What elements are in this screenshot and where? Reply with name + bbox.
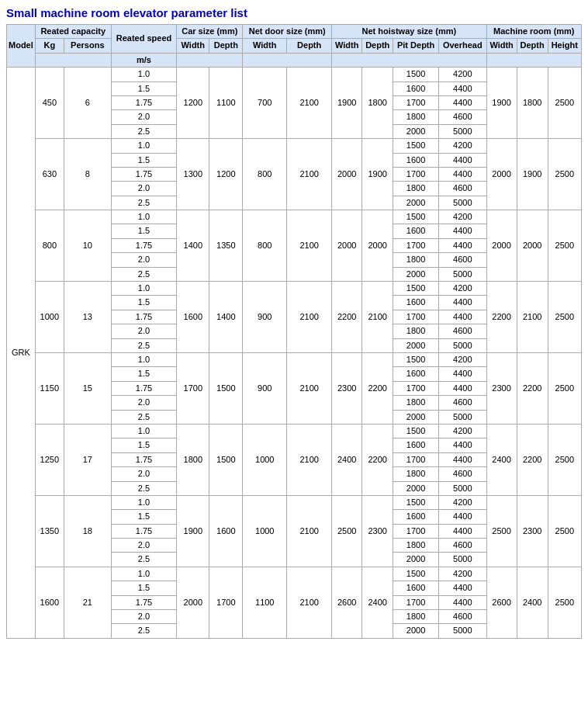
oh-3-0: 4200 [439,282,487,296]
net-w-4: 900 [243,352,287,424]
oh-5-4: 5000 [439,481,487,495]
header-net-width: Width [243,39,287,53]
pit-3-3: 1800 [393,324,439,338]
pit-4-1: 1600 [393,367,439,381]
speed-5-2: 1.75 [111,452,176,466]
model-label: GRK [7,68,36,639]
hw-7: 2600 [332,567,362,638]
hw-0: 1900 [332,68,362,139]
mr-d-3: 2100 [517,282,548,353]
car-w-0: 1200 [177,68,209,139]
mr-d-6: 2300 [517,495,548,567]
speed-6-3: 2.0 [111,539,176,553]
mr-h-3: 2500 [548,282,581,353]
oh-3-2: 4400 [439,310,487,324]
oh-1-2: 4400 [439,167,487,181]
speed-2-2: 1.75 [111,238,176,252]
net-d-5: 2100 [287,424,332,495]
pit-3-0: 1500 [393,282,439,296]
speed-7-3: 2.0 [111,610,176,624]
pit-4-0: 1500 [393,352,439,366]
speed-0-4: 2.5 [111,124,176,138]
pit-3-2: 1700 [393,310,439,324]
pit-6-3: 1800 [393,539,439,553]
kg-7: 1600 [35,567,64,638]
pit-6-0: 1500 [393,495,439,509]
speed-2-3: 2.0 [111,253,176,267]
kg-0: 450 [35,68,64,139]
car-w-5: 1800 [177,424,209,495]
persons-3: 13 [64,282,111,353]
header-mr-depth: Depth [517,39,548,53]
car-d-6: 1600 [209,495,243,567]
mr-h-5: 2500 [548,424,581,495]
speed-2-4: 2.5 [111,267,176,281]
speed-3-0: 1.0 [111,282,176,296]
speed-2-1: 1.5 [111,224,176,238]
header-car-size: Car size (mm) [177,25,243,39]
oh-1-0: 4200 [439,139,487,153]
speed-3-4: 2.5 [111,338,176,352]
oh-2-1: 4400 [439,224,487,238]
oh-7-1: 4400 [439,581,487,595]
pit-4-2: 1700 [393,381,439,395]
pit-5-0: 1500 [393,424,439,438]
hd-4: 2200 [362,352,393,424]
mr-d-0: 1800 [517,68,548,139]
speed-4-0: 1.0 [111,352,176,366]
header-sub-car [177,53,243,67]
speed-7-2: 1.75 [111,595,176,609]
pit-2-0: 1500 [393,210,439,224]
speed-1-3: 2.0 [111,182,176,196]
oh-1-3: 4600 [439,182,487,196]
oh-6-2: 4400 [439,524,487,538]
header-car-depth: Depth [209,39,243,53]
pit-0-1: 1600 [393,81,439,95]
header-car-width: Width [177,39,209,53]
speed-3-2: 1.75 [111,310,176,324]
hw-5: 2400 [332,424,362,495]
car-w-6: 1900 [177,495,209,567]
kg-4: 1150 [35,352,64,424]
hd-7: 2400 [362,567,393,638]
oh-6-0: 4200 [439,495,487,509]
oh-5-0: 4200 [439,424,487,438]
header-sub-mr [486,53,581,67]
net-d-0: 2100 [287,68,332,139]
speed-0-0: 1.0 [111,68,176,81]
car-d-4: 1500 [209,352,243,424]
car-d-0: 1100 [209,68,243,139]
speed-1-0: 1.0 [111,139,176,153]
persons-2: 10 [64,210,111,282]
speed-1-2: 1.75 [111,167,176,181]
pit-7-2: 1700 [393,595,439,609]
car-w-3: 1600 [177,282,209,353]
hw-3: 2200 [332,282,362,353]
hw-4: 2300 [332,352,362,424]
mr-h-2: 2500 [548,210,581,282]
oh-7-4: 5000 [439,624,487,638]
pit-0-4: 2000 [393,124,439,138]
persons-0: 6 [64,68,111,139]
header-rated-capacity: Reated capacity [35,25,111,39]
speed-6-2: 1.75 [111,524,176,538]
speed-6-4: 2.5 [111,553,176,567]
header-hw-width: Width [332,39,362,53]
header-rated-speed: Reated speed [111,25,176,54]
hw-2: 2000 [332,210,362,282]
pit-7-0: 1500 [393,567,439,581]
pit-3-4: 2000 [393,338,439,352]
pit-0-3: 1800 [393,110,439,124]
mr-w-7: 2600 [486,567,517,638]
kg-5: 1250 [35,424,64,495]
oh-2-4: 5000 [439,267,487,281]
mr-w-0: 1900 [486,68,517,139]
net-w-2: 800 [243,210,287,282]
net-w-0: 700 [243,68,287,139]
oh-6-4: 5000 [439,553,487,567]
header-ms: m/s [111,53,176,67]
header-overhead: Overhead [439,39,487,53]
mr-h-0: 2500 [548,68,581,139]
oh-5-2: 4400 [439,452,487,466]
oh-3-1: 4400 [439,296,487,310]
